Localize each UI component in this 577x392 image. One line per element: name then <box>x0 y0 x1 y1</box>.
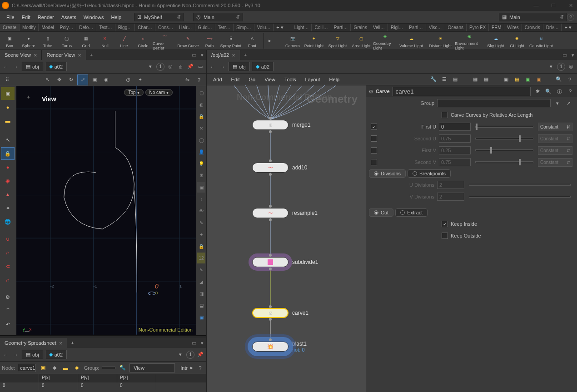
path-a02[interactable]: ◆a02 <box>45 62 67 71</box>
tool-spray-paint[interactable]: ⠿Spray Paint <box>219 34 243 48</box>
list-icon[interactable]: ☰ <box>440 75 449 84</box>
move-icon[interactable]: ✥ <box>54 74 65 85</box>
net-menu-go[interactable]: Go <box>245 75 259 84</box>
rs-icon-8[interactable]: ♜ <box>197 170 205 181</box>
network-view[interactable]: Non-Commercial Edition Geometry <box>207 85 366 392</box>
shelftab-lights[interactable]: Light… <box>292 24 312 31</box>
secondV-slider[interactable] <box>475 161 533 163</box>
select-icon[interactable]: ↖ <box>42 74 53 85</box>
tool-tube[interactable]: ▯Tube <box>38 34 57 48</box>
net-menu-layout[interactable]: Layout <box>302 75 324 84</box>
note-icon[interactable]: ▤ <box>512 75 522 84</box>
firstV-checkbox[interactable] <box>371 147 377 154</box>
node-blast1[interactable]: 💥 blast1 not: 0 <box>252 341 307 352</box>
close-icon[interactable]: × <box>232 52 235 59</box>
globe-icon[interactable]: 🌐 <box>1 215 15 228</box>
menu-assets[interactable]: Assets <box>58 13 80 22</box>
secondU-input[interactable] <box>439 134 471 143</box>
tool-distant-light[interactable]: ☀Distant Light <box>426 34 455 48</box>
red-dot1-icon[interactable]: ● <box>1 161 15 174</box>
tab-breakpoints[interactable]: Breakpoints <box>408 169 451 178</box>
shelftab-crowds[interactable]: Crowds <box>522 24 543 31</box>
maximize-button[interactable]: ☐ <box>549 3 558 9</box>
nav-back-icon[interactable]: ← <box>2 351 10 359</box>
palette1-icon[interactable]: ▦ <box>471 75 480 84</box>
menu-edit[interactable]: Edit <box>18 13 34 22</box>
tool-circle[interactable]: ○Circle <box>134 34 153 48</box>
rs-icon-15[interactable]: 12 <box>197 253 205 263</box>
gs-icon4[interactable]: ◆ <box>73 362 81 373</box>
shelftab-hair[interactable]: Hair… <box>176 24 195 31</box>
maximize-pane-icon[interactable]: ▭ <box>561 50 569 60</box>
help2-icon[interactable]: ? <box>194 74 204 85</box>
rs-icon-12[interactable]: ✎ <box>197 217 205 228</box>
viewport-3d[interactable]: ✦ View Top▾ No cam▾ <box>16 86 196 335</box>
net-count[interactable]: 1 <box>557 63 565 71</box>
magnet3-icon[interactable]: ⊂ <box>1 260 15 273</box>
box-icon[interactable]: ▣ <box>534 75 543 84</box>
node-add10[interactable]: 〜 add10 <box>252 163 307 173</box>
record-icon[interactable]: ◎ <box>166 63 174 71</box>
tab-geometry-spreadsheet[interactable]: Geometry Spreadsheet× <box>0 338 67 348</box>
shelftab-rigid[interactable]: Rigi… <box>388 24 406 31</box>
node-merge1[interactable]: ⊕ merge1 <box>252 120 311 130</box>
tools-expand-left[interactable]: ▸ <box>266 38 274 44</box>
pane-menu-icon[interactable]: ▾ <box>198 50 206 60</box>
maximize-pane-icon[interactable]: ▭ <box>190 338 198 348</box>
close-icon[interactable]: × <box>34 52 37 59</box>
shelftab-poly[interactable]: Poly… <box>57 24 76 31</box>
tab-render-view[interactable]: Render View× <box>42 50 86 60</box>
rs-icon-10[interactable]: ↕ <box>197 194 205 204</box>
tool-sky-light[interactable]: ☁Sky Light <box>484 34 507 48</box>
tool-geometry-light[interactable]: ◈Geometry Light <box>373 31 397 50</box>
tab-scene-view[interactable]: Scene View× <box>0 50 42 60</box>
rs-icon-13[interactable]: ✦ <box>197 229 205 240</box>
help-icon[interactable]: ? <box>567 14 574 21</box>
gs-icon1[interactable]: ▣ <box>39 362 47 373</box>
nav-back-icon[interactable]: ← <box>2 63 10 71</box>
tool-curve-bezier[interactable]: 〰Curve Bezier <box>153 31 176 50</box>
gs-path-a02[interactable]: ◆a02 <box>45 350 67 359</box>
menu-render[interactable]: Render <box>34 13 58 22</box>
rs-icon-7[interactable]: 💡 <box>197 158 205 169</box>
gear-icon[interactable]: ✱ <box>533 87 542 95</box>
rs-icon-16[interactable]: ✎ <box>197 264 205 275</box>
shelftab-particles[interactable]: Parti… <box>331 24 351 31</box>
firstU-slider[interactable] <box>475 126 533 128</box>
gs-col-index[interactable] <box>0 374 39 382</box>
rs-icon-2[interactable]: ◐ <box>197 99 205 110</box>
keep-outside-checkbox[interactable] <box>442 233 448 239</box>
shelftab-simple[interactable]: Simp… <box>234 24 254 31</box>
path-dropdown-icon[interactable]: ▾ <box>176 351 184 359</box>
group-field[interactable] <box>102 367 115 369</box>
add-tab-button[interactable]: + <box>240 50 250 60</box>
shelftab-terrain[interactable]: Terr… <box>215 24 234 31</box>
rs-icon-19[interactable]: ⬓ <box>197 300 205 311</box>
net-menu-edit[interactable]: Edit <box>228 75 244 84</box>
param-name-field[interactable] <box>393 87 531 96</box>
uDiv-input[interactable] <box>437 181 464 189</box>
rs-icon-9[interactable]: ▣ <box>197 182 205 193</box>
close-icon[interactable]: × <box>78 52 81 59</box>
vDiv-slider[interactable] <box>469 196 571 198</box>
info-icon[interactable]: ⓘ <box>555 87 563 95</box>
add-tab-button[interactable]: + <box>67 338 77 348</box>
menu-file[interactable]: File <box>3 13 18 22</box>
arc-icon[interactable]: ⌒ <box>1 304 15 317</box>
shelftab-deform[interactable]: Defo… <box>76 24 96 31</box>
shelftab-rigging[interactable]: Rigg… <box>115 24 135 31</box>
path-obj[interactable]: ▤obj <box>22 62 43 71</box>
node-icon[interactable]: ▣ <box>502 75 511 84</box>
tool-path[interactable]: ⟿Path <box>200 34 219 48</box>
tool-volume-light[interactable]: ☁Volume Light <box>397 34 426 48</box>
shelf-selector-myshelf[interactable]: ⊞MyShelf ⇵ <box>134 13 184 21</box>
rs-icon-3[interactable]: 🔒 <box>197 111 205 122</box>
dropdown-icon[interactable]: ▾ <box>553 99 562 107</box>
tool-font[interactable]: AFont <box>243 34 262 48</box>
firstV-slider[interactable] <box>475 149 533 151</box>
shelftab-constraints[interactable]: Cons… <box>155 24 176 31</box>
group-input[interactable] <box>437 99 551 107</box>
shelftab-fem[interactable]: FEM <box>489 24 504 31</box>
secondV-input[interactable] <box>439 158 471 166</box>
visibility-icon[interactable]: ▭ <box>196 63 204 71</box>
